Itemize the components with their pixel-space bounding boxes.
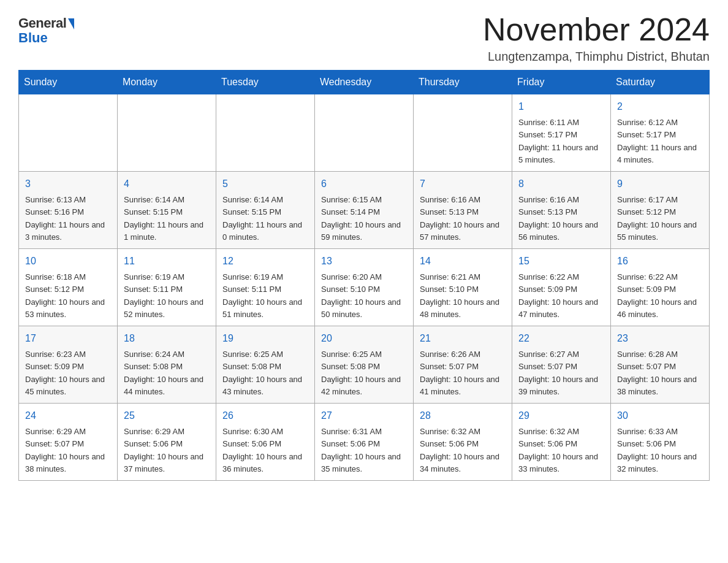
calendar-cell: 10Sunrise: 6:18 AM Sunset: 5:12 PM Dayli… xyxy=(19,249,118,326)
day-info: Sunrise: 6:25 AM Sunset: 5:08 PM Dayligh… xyxy=(321,350,401,396)
calendar-cell: 14Sunrise: 6:21 AM Sunset: 5:10 PM Dayli… xyxy=(414,249,512,326)
day-number: 6 xyxy=(321,177,407,191)
day-number: 8 xyxy=(518,177,604,191)
calendar-cell: 1Sunrise: 6:11 AM Sunset: 5:17 PM Daylig… xyxy=(512,94,611,172)
day-number: 2 xyxy=(617,99,703,114)
day-info: Sunrise: 6:28 AM Sunset: 5:07 PM Dayligh… xyxy=(617,350,697,396)
day-number: 22 xyxy=(518,331,604,346)
calendar-cell: 13Sunrise: 6:20 AM Sunset: 5:10 PM Dayli… xyxy=(315,249,414,326)
calendar-week-row: 17Sunrise: 6:23 AM Sunset: 5:09 PM Dayli… xyxy=(19,326,710,404)
weekday-header-sunday: Sunday xyxy=(19,71,118,94)
day-number: 4 xyxy=(124,177,210,191)
day-number: 24 xyxy=(25,408,111,423)
calendar-cell: 17Sunrise: 6:23 AM Sunset: 5:09 PM Dayli… xyxy=(19,326,118,404)
day-info: Sunrise: 6:29 AM Sunset: 5:07 PM Dayligh… xyxy=(25,427,105,473)
day-number: 18 xyxy=(124,331,210,346)
day-number: 13 xyxy=(321,254,407,269)
day-info: Sunrise: 6:33 AM Sunset: 5:06 PM Dayligh… xyxy=(617,427,697,473)
day-info: Sunrise: 6:24 AM Sunset: 5:08 PM Dayligh… xyxy=(124,350,203,396)
day-number: 29 xyxy=(518,408,604,423)
day-number: 23 xyxy=(617,331,703,346)
calendar-week-row: 24Sunrise: 6:29 AM Sunset: 5:07 PM Dayli… xyxy=(19,404,710,481)
weekday-header-monday: Monday xyxy=(118,71,216,94)
day-info: Sunrise: 6:22 AM Sunset: 5:09 PM Dayligh… xyxy=(518,272,598,319)
logo: General Blue xyxy=(18,12,74,46)
day-number: 1 xyxy=(518,99,604,114)
day-info: Sunrise: 6:31 AM Sunset: 5:06 PM Dayligh… xyxy=(321,427,401,473)
location-text: Lungtenzampa, Thimphu District, Bhutan xyxy=(483,50,710,64)
calendar-week-row: 3Sunrise: 6:13 AM Sunset: 5:16 PM Daylig… xyxy=(19,172,710,249)
calendar-cell xyxy=(118,94,216,172)
calendar-cell: 5Sunrise: 6:14 AM Sunset: 5:15 PM Daylig… xyxy=(216,172,315,249)
day-info: Sunrise: 6:22 AM Sunset: 5:09 PM Dayligh… xyxy=(617,272,697,319)
day-info: Sunrise: 6:11 AM Sunset: 5:17 PM Dayligh… xyxy=(518,118,598,164)
month-title: November 2024 xyxy=(483,12,710,47)
calendar-cell: 15Sunrise: 6:22 AM Sunset: 5:09 PM Dayli… xyxy=(512,249,611,326)
calendar-cell: 7Sunrise: 6:16 AM Sunset: 5:13 PM Daylig… xyxy=(414,172,512,249)
day-info: Sunrise: 6:27 AM Sunset: 5:07 PM Dayligh… xyxy=(518,350,598,396)
calendar-week-row: 1Sunrise: 6:11 AM Sunset: 5:17 PM Daylig… xyxy=(19,94,710,172)
day-number: 12 xyxy=(222,254,308,269)
day-info: Sunrise: 6:23 AM Sunset: 5:09 PM Dayligh… xyxy=(25,350,105,396)
calendar-cell: 21Sunrise: 6:26 AM Sunset: 5:07 PM Dayli… xyxy=(414,326,512,404)
calendar-cell xyxy=(216,94,315,172)
day-info: Sunrise: 6:14 AM Sunset: 5:15 PM Dayligh… xyxy=(124,195,203,242)
day-number: 30 xyxy=(617,408,703,423)
calendar-cell: 3Sunrise: 6:13 AM Sunset: 5:16 PM Daylig… xyxy=(19,172,118,249)
day-number: 16 xyxy=(617,254,703,269)
day-info: Sunrise: 6:25 AM Sunset: 5:08 PM Dayligh… xyxy=(222,350,302,396)
calendar-cell: 9Sunrise: 6:17 AM Sunset: 5:12 PM Daylig… xyxy=(611,172,710,249)
weekday-header-saturday: Saturday xyxy=(611,71,710,94)
day-info: Sunrise: 6:32 AM Sunset: 5:06 PM Dayligh… xyxy=(518,427,598,473)
page-header: General Blue November 2024 Lungtenzampa,… xyxy=(18,12,710,64)
calendar-cell: 18Sunrise: 6:24 AM Sunset: 5:08 PM Dayli… xyxy=(118,326,216,404)
calendar-week-row: 10Sunrise: 6:18 AM Sunset: 5:12 PM Dayli… xyxy=(19,249,710,326)
calendar-cell xyxy=(414,94,512,172)
calendar-cell: 8Sunrise: 6:16 AM Sunset: 5:13 PM Daylig… xyxy=(512,172,611,249)
day-number: 19 xyxy=(222,331,308,346)
day-number: 27 xyxy=(321,408,407,423)
calendar-cell: 24Sunrise: 6:29 AM Sunset: 5:07 PM Dayli… xyxy=(19,404,118,481)
calendar-cell: 25Sunrise: 6:29 AM Sunset: 5:06 PM Dayli… xyxy=(118,404,216,481)
day-info: Sunrise: 6:13 AM Sunset: 5:16 PM Dayligh… xyxy=(25,195,105,242)
title-section: November 2024 Lungtenzampa, Thimphu Dist… xyxy=(483,12,710,64)
calendar-cell: 19Sunrise: 6:25 AM Sunset: 5:08 PM Dayli… xyxy=(216,326,315,404)
calendar-cell: 4Sunrise: 6:14 AM Sunset: 5:15 PM Daylig… xyxy=(118,172,216,249)
calendar-cell: 12Sunrise: 6:19 AM Sunset: 5:11 PM Dayli… xyxy=(216,249,315,326)
calendar-body: 1Sunrise: 6:11 AM Sunset: 5:17 PM Daylig… xyxy=(19,94,710,481)
day-number: 15 xyxy=(518,254,604,269)
calendar-cell xyxy=(19,94,118,172)
calendar-cell: 27Sunrise: 6:31 AM Sunset: 5:06 PM Dayli… xyxy=(315,404,414,481)
day-info: Sunrise: 6:29 AM Sunset: 5:06 PM Dayligh… xyxy=(124,427,203,473)
day-info: Sunrise: 6:19 AM Sunset: 5:11 PM Dayligh… xyxy=(222,272,302,319)
day-info: Sunrise: 6:26 AM Sunset: 5:07 PM Dayligh… xyxy=(420,350,499,396)
day-number: 17 xyxy=(25,331,111,346)
day-info: Sunrise: 6:12 AM Sunset: 5:17 PM Dayligh… xyxy=(617,118,697,164)
calendar-cell: 11Sunrise: 6:19 AM Sunset: 5:11 PM Dayli… xyxy=(118,249,216,326)
logo-blue-text: Blue xyxy=(18,30,48,46)
calendar-cell: 23Sunrise: 6:28 AM Sunset: 5:07 PM Dayli… xyxy=(611,326,710,404)
day-number: 14 xyxy=(420,254,506,269)
day-number: 25 xyxy=(124,408,210,423)
calendar-cell xyxy=(315,94,414,172)
calendar-cell: 20Sunrise: 6:25 AM Sunset: 5:08 PM Dayli… xyxy=(315,326,414,404)
weekday-header-thursday: Thursday xyxy=(414,71,512,94)
day-number: 3 xyxy=(25,177,111,191)
calendar-cell: 16Sunrise: 6:22 AM Sunset: 5:09 PM Dayli… xyxy=(611,249,710,326)
day-number: 7 xyxy=(420,177,506,191)
day-info: Sunrise: 6:32 AM Sunset: 5:06 PM Dayligh… xyxy=(420,427,499,473)
day-number: 9 xyxy=(617,177,703,191)
calendar-header: SundayMondayTuesdayWednesdayThursdayFrid… xyxy=(19,71,710,94)
day-info: Sunrise: 6:30 AM Sunset: 5:06 PM Dayligh… xyxy=(222,427,302,473)
day-number: 10 xyxy=(25,254,111,269)
day-number: 5 xyxy=(222,177,308,191)
calendar-cell: 22Sunrise: 6:27 AM Sunset: 5:07 PM Dayli… xyxy=(512,326,611,404)
day-info: Sunrise: 6:15 AM Sunset: 5:14 PM Dayligh… xyxy=(321,195,401,242)
calendar-cell: 26Sunrise: 6:30 AM Sunset: 5:06 PM Dayli… xyxy=(216,404,315,481)
day-info: Sunrise: 6:18 AM Sunset: 5:12 PM Dayligh… xyxy=(25,272,105,319)
day-number: 21 xyxy=(420,331,506,346)
day-info: Sunrise: 6:21 AM Sunset: 5:10 PM Dayligh… xyxy=(420,272,499,319)
calendar-cell: 2Sunrise: 6:12 AM Sunset: 5:17 PM Daylig… xyxy=(611,94,710,172)
day-number: 11 xyxy=(124,254,210,269)
day-info: Sunrise: 6:19 AM Sunset: 5:11 PM Dayligh… xyxy=(124,272,203,319)
